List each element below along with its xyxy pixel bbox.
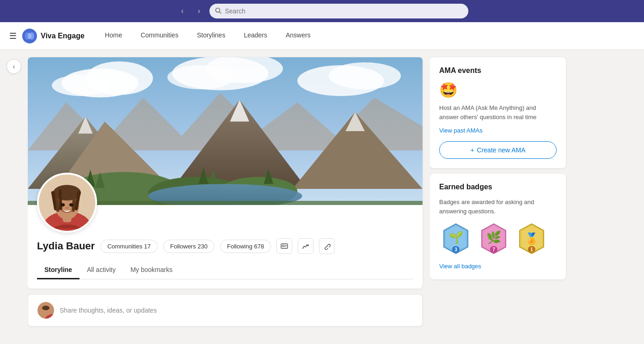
- svg-point-48: [69, 203, 74, 207]
- main-content: ‹: [0, 50, 644, 344]
- profile-card-icon[interactable]: [276, 238, 292, 254]
- communities-pill[interactable]: Communities 17: [100, 240, 158, 253]
- ama-events-card: AMA events 🤩 Host an AMA (Ask Me Anythin…: [430, 57, 566, 168]
- left-area: ‹: [0, 50, 28, 344]
- view-past-amas-link[interactable]: View past AMAs: [439, 127, 557, 134]
- followers-pill[interactable]: Followers 230: [163, 240, 215, 253]
- svg-point-47: [61, 203, 65, 207]
- link-icon[interactable]: [319, 238, 335, 254]
- svg-point-51: [282, 245, 284, 247]
- tab-all-activity[interactable]: All activity: [80, 261, 123, 279]
- viva-logo-icon: [22, 29, 37, 43]
- forward-browser-btn[interactable]: ›: [193, 5, 206, 18]
- post-box: Share thoughts, ideas, or updates: [28, 294, 423, 326]
- badge-item-1[interactable]: 🌱 3: [439, 222, 472, 255]
- post-avatar: [37, 302, 54, 319]
- back-btn[interactable]: ‹: [6, 59, 21, 74]
- browser-bar: ‹ ›: [0, 0, 644, 22]
- svg-point-12: [167, 65, 235, 89]
- svg-point-14: [329, 62, 401, 89]
- analytics-icon[interactable]: [298, 238, 313, 254]
- avatar-wrap: [37, 173, 97, 233]
- badges-row: 🌱 3 🌿 7: [439, 222, 557, 255]
- create-ama-button[interactable]: + Create new AMA: [439, 141, 557, 159]
- nav-storylines[interactable]: Storylines: [188, 22, 234, 50]
- logo-area: Viva Engage: [22, 29, 85, 43]
- badge-count-3: 1: [528, 246, 535, 253]
- post-input[interactable]: Share thoughts, ideas, or updates: [60, 305, 413, 316]
- nav-answers[interactable]: Answers: [276, 22, 320, 50]
- svg-text:🌿: 🌿: [486, 230, 502, 245]
- nav-leaders[interactable]: Leaders: [234, 22, 276, 50]
- badges-panel-title: Earned badges: [439, 183, 557, 191]
- tab-storyline[interactable]: Storyline: [37, 261, 80, 279]
- following-pill[interactable]: Following 678: [220, 240, 271, 253]
- app-header: ☰ Viva Engage Home Communities Storyline…: [0, 22, 644, 50]
- badge-count-1: 3: [452, 246, 460, 253]
- profile-card: Lydia Bauer Communities 17 Followers 230…: [28, 57, 423, 289]
- badge-count-2: 7: [490, 246, 497, 253]
- svg-point-9: [52, 75, 110, 96]
- ama-panel-title: AMA events: [439, 66, 557, 75]
- svg-text:🌱: 🌱: [448, 230, 464, 245]
- badges-description: Badges are awarded for asking and answer…: [439, 198, 557, 216]
- ama-emoji: 🤩: [439, 81, 557, 99]
- profile-info: Lydia Bauer Communities 17 Followers 230…: [28, 205, 423, 289]
- back-browser-btn[interactable]: ‹: [176, 5, 189, 18]
- svg-point-54: [42, 306, 49, 310]
- badge-item-2[interactable]: 🌿 7: [477, 222, 510, 255]
- hamburger-btn[interactable]: ☰: [9, 31, 17, 41]
- browser-search-bar: [209, 4, 468, 18]
- badge-item-3[interactable]: 🏅 1: [515, 222, 548, 255]
- app-title: Viva Engage: [41, 32, 85, 40]
- nav-communities[interactable]: Communities: [131, 22, 188, 50]
- earned-badges-card: Earned badges Badges are awarded for ask…: [430, 174, 566, 279]
- profile-name-row: Lydia Bauer Communities 17 Followers 230…: [37, 238, 413, 254]
- svg-line-1: [219, 12, 221, 13]
- svg-text:🏅: 🏅: [525, 232, 539, 245]
- tab-my-bookmarks[interactable]: My bookmarks: [123, 261, 180, 279]
- svg-point-49: [65, 206, 69, 209]
- right-panel: AMA events 🤩 Host an AMA (Ask Me Anythin…: [430, 50, 573, 344]
- avatar: [37, 173, 97, 233]
- plus-icon: +: [470, 146, 474, 154]
- browser-search-input[interactable]: [225, 7, 463, 15]
- main-nav: Home Communities Storylines Leaders Answ…: [96, 22, 320, 50]
- svg-point-5: [28, 33, 31, 39]
- create-ama-label: Create new AMA: [477, 146, 526, 154]
- profile-tabs: Storyline All activity My bookmarks: [37, 261, 413, 279]
- profile-area: Lydia Bauer Communities 17 Followers 230…: [28, 50, 430, 344]
- nav-home[interactable]: Home: [96, 22, 131, 50]
- ama-description: Host an AMA (Ask Me Anything) and answer…: [439, 103, 557, 121]
- browser-search-icon: [215, 7, 221, 15]
- profile-name: Lydia Bauer: [37, 240, 95, 252]
- view-all-badges-link[interactable]: View all badges: [439, 263, 481, 270]
